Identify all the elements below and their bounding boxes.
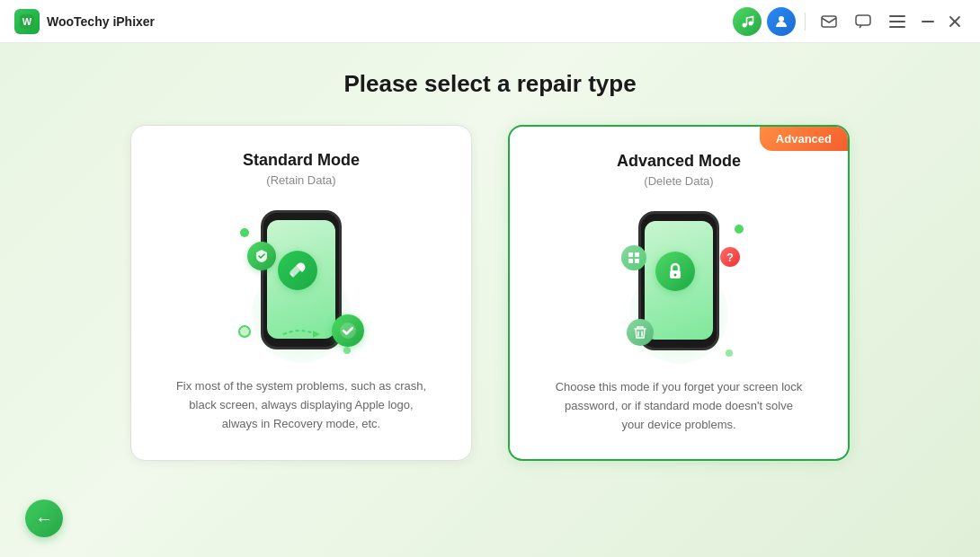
adv-dot-right xyxy=(735,225,744,234)
menu-button[interactable] xyxy=(883,7,912,36)
svg-point-13 xyxy=(340,323,356,339)
svg-marker-14 xyxy=(313,331,320,338)
standard-phone-notch xyxy=(289,213,314,218)
close-button[interactable] xyxy=(944,11,966,32)
advanced-badge: Advanced xyxy=(760,127,848,151)
advanced-mode-subtitle: (Delete Data) xyxy=(644,174,713,188)
svg-rect-18 xyxy=(635,252,639,257)
standard-mode-subtitle: (Retain Data) xyxy=(266,173,335,187)
titlebar-divider xyxy=(805,13,806,31)
shield-icon xyxy=(247,242,276,270)
wrench-icon xyxy=(278,251,317,290)
app-title: WooTechy iPhixer xyxy=(47,14,155,29)
chat-button[interactable] xyxy=(849,7,878,36)
svg-text:W: W xyxy=(22,16,32,27)
svg-rect-8 xyxy=(889,21,905,22)
page-title: Please select a repair type xyxy=(343,70,636,98)
advanced-mode-card[interactable]: Advanced Advanced Mode (Delete Data) xyxy=(508,125,850,461)
app-logo: W xyxy=(14,9,40,34)
svg-rect-19 xyxy=(628,259,633,263)
svg-rect-5 xyxy=(822,16,836,27)
warn-icon: ? xyxy=(720,247,740,267)
back-arrow-icon: ← xyxy=(35,509,53,527)
svg-rect-10 xyxy=(922,21,934,22)
svg-rect-9 xyxy=(889,26,905,28)
std-dot-br xyxy=(343,347,351,354)
mail-button[interactable] xyxy=(815,7,843,36)
standard-phone-illustration xyxy=(229,201,373,363)
main-content: Please select a repair type Standard Mod… xyxy=(0,43,980,488)
advanced-mode-title: Advanced Mode xyxy=(617,152,741,171)
dashed-arrow-icon xyxy=(279,325,324,343)
trash-icon xyxy=(627,319,654,346)
minimize-button[interactable] xyxy=(917,11,939,32)
standard-mode-card[interactable]: Standard Mode (Retain Data) xyxy=(130,125,472,461)
titlebar-right xyxy=(733,7,966,36)
svg-rect-6 xyxy=(856,15,870,25)
svg-rect-17 xyxy=(628,252,633,257)
lock-icon xyxy=(655,252,695,291)
advanced-phone-illustration: ? xyxy=(607,202,751,364)
std-settings-dot xyxy=(238,325,251,338)
svg-point-16 xyxy=(674,274,677,277)
cards-container: Standard Mode (Retain Data) xyxy=(85,125,895,461)
std-dot-tl xyxy=(240,228,249,237)
check-icon xyxy=(332,314,364,347)
titlebar-left: W WooTechy iPhixer xyxy=(14,9,155,34)
standard-mode-title: Standard Mode xyxy=(243,151,360,170)
apps-icon xyxy=(621,245,646,270)
advanced-phone-notch xyxy=(666,214,691,219)
svg-rect-7 xyxy=(889,15,905,17)
user-button[interactable] xyxy=(767,7,796,36)
svg-rect-20 xyxy=(635,259,639,263)
titlebar: W WooTechy iPhixer xyxy=(0,0,980,43)
music-button[interactable] xyxy=(733,7,762,36)
back-button[interactable]: ← xyxy=(25,500,63,537)
adv-dot-bottom xyxy=(726,349,733,357)
standard-mode-description: Fix most of the system problems, such as… xyxy=(175,377,427,433)
advanced-mode-description: Choose this mode if you forget your scre… xyxy=(553,378,805,434)
svg-point-4 xyxy=(779,16,784,22)
